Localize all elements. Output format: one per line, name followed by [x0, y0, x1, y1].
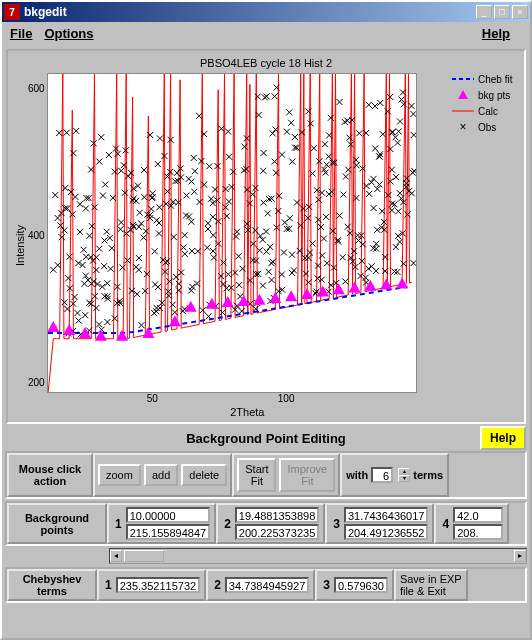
cheb-term-cell: 1 235.352115732	[97, 569, 206, 601]
svg-marker-952	[364, 280, 376, 291]
help-button[interactable]: Help	[480, 426, 526, 450]
scroll-thumb[interactable]	[124, 550, 164, 562]
legend-obs: × Obs	[452, 121, 520, 133]
cheb-term-value[interactable]: 235.352115732	[116, 577, 200, 593]
bg-point-x[interactable]: 31.7436436017	[344, 507, 428, 523]
with-label: with	[346, 469, 368, 481]
chart-area: PBSO4LEB cycle 18 Hist 2 Intensity 600 4…	[6, 49, 526, 424]
cheb-term-index: 2	[212, 578, 223, 592]
svg-marker-943	[221, 296, 233, 307]
legend-calc: Calc	[452, 105, 520, 117]
app-icon: 7	[4, 4, 20, 20]
svg-marker-939	[142, 327, 154, 338]
terms-label: terms	[413, 469, 443, 481]
mouse-action-row: Mouse click action zoom add delete Start…	[5, 451, 527, 499]
bg-point-x[interactable]: 19.4881353898	[235, 507, 319, 523]
chart-title: PBSO4LEB cycle 18 Hist 2	[12, 57, 520, 69]
svg-marker-956	[458, 90, 468, 99]
delete-button[interactable]: delete	[181, 464, 227, 486]
plot-canvas[interactable]	[47, 73, 417, 393]
bg-point-y[interactable]: 215.155894847	[126, 524, 210, 540]
background-points-row: Background points 1 10.00000 215.1558948…	[5, 501, 527, 546]
cheb-term-index: 1	[103, 578, 114, 592]
start-fit-button[interactable]: Start Fit	[237, 458, 276, 492]
y-axis-label: Intensity	[12, 73, 28, 418]
titlebar[interactable]: 7 bkgedit _ □ ×	[2, 2, 530, 22]
svg-marker-934	[47, 321, 59, 332]
cheb-term-cell: 3 0.579630	[315, 569, 394, 601]
bg-scrollbar[interactable]: ◂ ▸	[109, 548, 527, 564]
bg-point-index: 3	[331, 517, 342, 531]
minimize-button[interactable]: _	[476, 5, 492, 19]
svg-marker-951	[348, 282, 360, 293]
terms-spinner[interactable]: ▴▾	[398, 468, 410, 482]
bg-point-y[interactable]: 200.225373235	[235, 524, 319, 540]
x-axis-label: 2Theta	[47, 406, 448, 418]
scroll-left-icon[interactable]: ◂	[110, 550, 122, 562]
legend-bkg-pts: bkg pts	[452, 89, 520, 101]
save-exp-button[interactable]: Save in EXP file & Exit	[394, 569, 468, 601]
bg-point-x[interactable]: 10.00000	[126, 507, 210, 523]
panel-title: Background Point Editing	[2, 428, 530, 449]
legend: Cheb fit bkg pts Calc × Obs	[452, 73, 520, 418]
menubar: File Options Help	[2, 22, 530, 45]
cheb-term-value[interactable]: 34.7384945927	[225, 577, 309, 593]
menu-options[interactable]: Options	[44, 26, 93, 41]
improve-fit-button[interactable]: Improve Fit	[279, 458, 335, 492]
add-button[interactable]: add	[144, 464, 178, 486]
bg-point-x[interactable]: 42.0	[453, 507, 503, 523]
bg-point-y[interactable]: 204.491236552	[344, 524, 428, 540]
app-window: 7 bkgedit _ □ × File Options Help PBSO4L…	[0, 0, 532, 640]
y-ticks: 600 400 200	[28, 73, 47, 418]
svg-marker-945	[253, 294, 265, 305]
bg-point-index: 4	[440, 517, 451, 531]
mouse-action-label: Mouse click action	[7, 453, 93, 497]
cheb-term-index: 3	[321, 578, 332, 592]
legend-cheb-fit: Cheb fit	[452, 73, 520, 85]
svg-marker-940	[169, 315, 181, 326]
scroll-right-icon[interactable]: ▸	[514, 550, 526, 562]
chebyshev-row: Chebyshev terms 1 235.352115732 2 34.738…	[5, 567, 527, 603]
svg-marker-937	[95, 330, 107, 341]
menu-help[interactable]: Help	[482, 26, 510, 41]
cheb-label: Chebyshev terms	[7, 569, 97, 601]
bg-point-cell: 2 19.4881353898 200.225373235	[216, 503, 325, 544]
maximize-button[interactable]: □	[494, 5, 510, 19]
bg-point-y[interactable]: 208.	[453, 524, 503, 540]
svg-marker-947	[285, 290, 297, 301]
bg-point-index: 2	[222, 517, 233, 531]
bg-point-index: 1	[113, 517, 124, 531]
zoom-button[interactable]: zoom	[98, 464, 141, 486]
window-title: bkgedit	[24, 5, 476, 19]
svg-marker-941	[184, 301, 196, 312]
bg-point-cell: 3 31.7436436017 204.491236552	[325, 503, 434, 544]
menu-file[interactable]: File	[10, 26, 32, 41]
bg-point-cell: 1 10.00000 215.155894847	[107, 503, 216, 544]
cheb-term-value[interactable]: 0.579630	[334, 577, 388, 593]
cheb-term-cell: 2 34.7384945927	[206, 569, 315, 601]
bg-point-cell: 4 42.0 208.	[434, 503, 509, 544]
terms-count-field[interactable]: 6	[371, 467, 393, 483]
svg-marker-936	[79, 327, 91, 338]
close-button[interactable]: ×	[512, 5, 528, 19]
bg-points-label: Background points	[7, 503, 107, 544]
